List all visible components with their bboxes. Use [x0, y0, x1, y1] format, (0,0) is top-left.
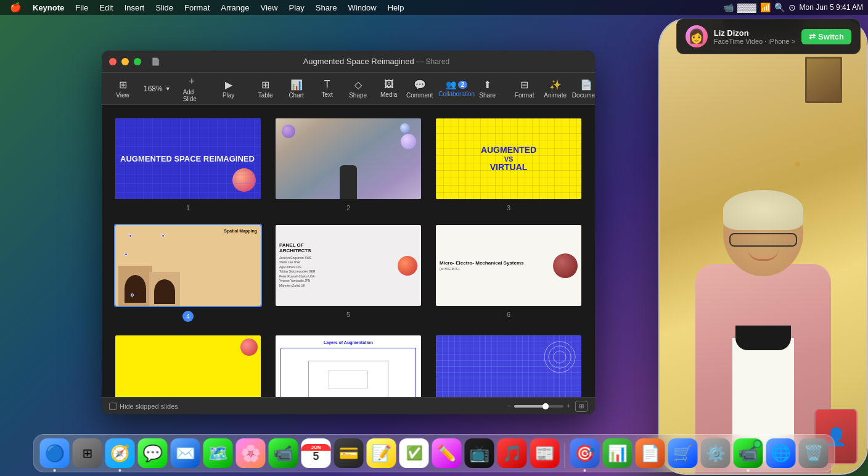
menubar-app-name[interactable]: Keynote — [28, 2, 69, 14]
person-collar — [735, 326, 791, 350]
menubar-arrange[interactable]: Arrange — [216, 2, 254, 14]
slide-number-1: 1 — [186, 204, 190, 211]
zoom-slider-fill — [514, 405, 544, 408]
dock-safari[interactable]: 🧭 — [105, 438, 135, 468]
zoom-slider-thumb[interactable] — [542, 403, 549, 409]
toolbar-zoom[interactable]: 168% ▼ — [139, 83, 176, 95]
slide-number-3: 3 — [507, 204, 510, 211]
dock-music[interactable]: 🎵 — [497, 438, 527, 468]
apple-menu[interactable]: 🍎 — [5, 2, 27, 13]
menubar-file[interactable]: File — [70, 2, 93, 14]
facetime-switch-button[interactable]: ⇄ Switch — [801, 29, 851, 44]
toolbar-add-slide-button[interactable]: ＋ Add Slide — [177, 72, 207, 105]
dock-settings[interactable]: ⚙️ — [701, 438, 731, 468]
toolbar-chart-button[interactable]: 📊 Chart — [282, 76, 311, 101]
menubar-help[interactable]: Help — [383, 2, 409, 14]
dock-freeform[interactable]: ✏️ — [432, 438, 462, 468]
comment-icon: 💬 — [414, 79, 426, 91]
dock-appstore[interactable]: 🛒 — [668, 438, 698, 468]
slide6-sphere — [553, 253, 578, 278]
toolbar-media-label: Media — [380, 91, 397, 98]
toolbar-table-button[interactable]: ⊞ Table — [251, 76, 280, 101]
menubar-play[interactable]: Play — [284, 2, 309, 14]
music-icon: 🎵 — [502, 444, 522, 463]
slide-item-1[interactable]: AUGMENTED SPACE REIMAGINED 1 — [114, 117, 262, 211]
toolbar-format-button[interactable]: ⊟ Format — [510, 76, 539, 101]
dock-facetime[interactable]: 📹 — [269, 438, 298, 468]
wifi-icon[interactable]: 📶 — [760, 2, 771, 12]
siri-icon[interactable]: ⊙ — [788, 2, 796, 12]
toolbar-media-button[interactable]: 🖼 Media — [374, 76, 404, 101]
menubar-share[interactable]: Share — [311, 2, 342, 14]
fullscreen-button[interactable] — [134, 58, 141, 65]
dock-maps[interactable]: 🗺️ — [203, 438, 233, 468]
dock-finder[interactable]: 🔵 — [40, 438, 70, 468]
toolbar-play-button[interactable]: ▶ Play — [214, 76, 244, 101]
slide-item-3[interactable]: Augmented VS Virtual 3 — [435, 117, 583, 211]
person-hair — [723, 190, 803, 230]
dock-globe[interactable]: 🌐 — [766, 438, 796, 468]
chart-icon: 📊 — [290, 79, 303, 91]
menubar-edit[interactable]: Edit — [94, 2, 118, 14]
dock-keynote[interactable]: 🎯 — [570, 438, 600, 468]
facetime-icon[interactable]: 📹 — [723, 2, 734, 12]
dock-pages[interactable]: 📄 — [636, 438, 665, 468]
zoom-out-icon[interactable]: − — [507, 403, 511, 409]
toolbar-comment-button[interactable]: 💬 Comment — [405, 76, 435, 101]
dock-facetime-active[interactable]: 📹 — [734, 438, 763, 468]
slide5-title: PANEL OFARCHITECTS — [279, 243, 395, 254]
hide-skipped-container: Hide skipped slides — [109, 403, 178, 410]
facetime-dock-icon: 📹 — [274, 444, 293, 463]
dock-notes[interactable]: 📝 — [367, 438, 396, 468]
toolbar-shape-button[interactable]: ◇ Shape — [343, 76, 373, 101]
search-icon[interactable]: 🔍 — [774, 2, 785, 12]
toolbar-animate-label: Animate — [544, 92, 567, 99]
slide-item-2[interactable]: 2 — [274, 117, 422, 211]
slide4-dot3 — [125, 253, 128, 256]
slide-item-8[interactable]: Layers of Augmentation 8 — [274, 334, 422, 397]
dock-calendar[interactable]: JUN 5 — [301, 438, 331, 468]
zoom-in-icon[interactable]: + — [567, 403, 570, 409]
dock-wallet[interactable]: 💳 — [334, 438, 364, 468]
hide-skipped-checkbox[interactable] — [109, 403, 117, 410]
slide-item-4[interactable]: Spatial Mapping — [114, 224, 262, 322]
minimize-button[interactable] — [121, 58, 129, 65]
dock-appletv[interactable]: 📺 — [465, 438, 494, 468]
slide6-content: Micro- Electro- Mechanical Systems (or M… — [440, 260, 549, 271]
slide-item-5[interactable]: PANEL OFARCHITECTS Jocelyn Engstrom SWE … — [274, 224, 422, 322]
dock-trash[interactable]: 🗑️ — [799, 438, 829, 468]
share-icon: ⬆ — [483, 79, 491, 91]
toolbar-text-button[interactable]: T Text — [313, 76, 342, 101]
dock-launchpad[interactable]: ⊞ — [73, 438, 102, 468]
zoom-slider[interactable] — [514, 405, 563, 408]
dock-mail[interactable]: ✉️ — [171, 438, 200, 468]
dock-messages[interactable]: 💬 — [138, 438, 168, 468]
menubar-format[interactable]: Format — [179, 2, 215, 14]
svg-point-2 — [554, 351, 566, 363]
menubar-left: 🍎 Keynote File Edit Insert Slide Format … — [5, 2, 723, 14]
menubar-window[interactable]: Window — [343, 2, 381, 14]
dock-news[interactable]: 📰 — [530, 438, 560, 468]
menubar-insert[interactable]: Insert — [120, 2, 150, 14]
dock-photos[interactable]: 🌸 — [236, 438, 266, 468]
slide-item-9[interactable]: PHYSICAL AUGMENTED VIRTUAL 9 — [435, 334, 583, 397]
toolbar-collaboration-button[interactable]: 👥 2 Collaboration — [442, 77, 472, 100]
menubar-slide[interactable]: Slide — [150, 2, 178, 14]
toolbar-share-button[interactable]: ⬆ Share — [473, 76, 502, 101]
slide-grid-container[interactable]: AUGMENTED SPACE REIMAGINED 1 — [102, 105, 595, 397]
grid-view-button[interactable]: ⊞ — [575, 401, 588, 412]
dock: 🔵 ⊞ 🧭 💬 ✉️ 🗺️ 🌸 📹 JUN 5 💳 📝 ✅ — [33, 434, 835, 472]
dock-numbers[interactable]: 📊 — [603, 438, 633, 468]
facetime-notification: 👩 Liz Dizon FaceTime Video · iPhone > ⇄ … — [676, 18, 861, 54]
toolbar-document-button[interactable]: 📄 Document — [571, 76, 595, 101]
dock-reminders[interactable]: ✅ — [399, 438, 429, 468]
document-icon: 📄 — [151, 57, 160, 66]
slide-thumb-6: Micro- Electro- Mechanical Systems (or M… — [435, 224, 583, 307]
menubar-view[interactable]: View — [256, 2, 283, 14]
toolbar-animate-button[interactable]: ✨ Animate — [541, 76, 570, 101]
collab-icon: 👥 — [446, 80, 456, 89]
slide-item-7[interactable]: AUGO 7 — [114, 334, 262, 397]
close-button[interactable] — [109, 58, 117, 65]
slide-item-6[interactable]: Micro- Electro- Mechanical Systems (or M… — [435, 224, 583, 322]
toolbar-view-button[interactable]: ⊞ View — [108, 76, 137, 101]
